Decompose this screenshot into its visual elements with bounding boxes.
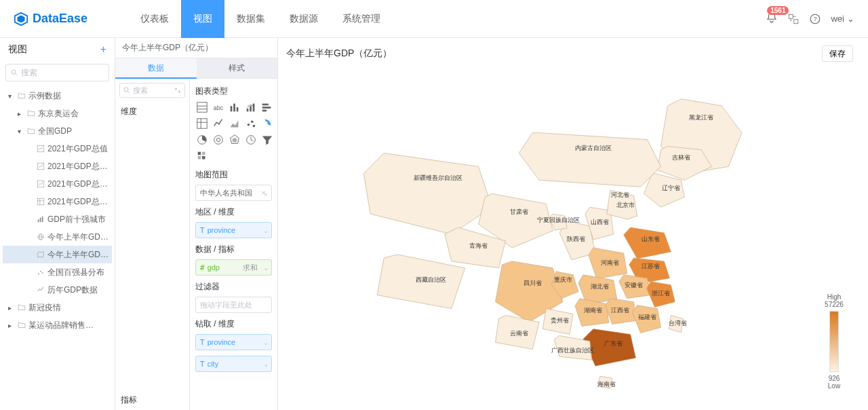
help-icon[interactable]: ? [809,13,821,25]
chart-type-5[interactable] [195,117,209,130]
map-range-label: 地图范围 [195,169,272,181]
chart-type-7[interactable] [228,117,241,130]
chart-type-3[interactable] [244,101,258,113]
chart-type-10[interactable] [195,134,209,146]
chevron-down-icon: ⌄ [847,14,854,24]
chart-icon [37,145,45,153]
chart-config: 图表类型 abc 地图范围 中华人名共和国 × ⌄ 地区 / 维度 T prov… [190,79,277,410]
province-label: 山西省 [591,219,609,225]
tree-item-13[interactable]: ▸某运动品牌销售… [3,316,112,334]
bar-icon [37,215,45,223]
lang-icon[interactable] [787,13,800,25]
sidebar-search[interactable]: 搜索 [5,64,109,81]
tree-item-4[interactable]: 2021年GDP总… [3,157,112,175]
user-menu[interactable]: wei ⌄ [831,14,854,24]
nav-item-2[interactable]: 数据集 [224,0,277,38]
tree-item-5[interactable]: 2021年GDP总… [3,175,112,193]
chart-type-1[interactable]: abc [212,101,225,113]
app-header: DataEase 仪表板视图数据集数据源系统管理 1561 ? wei ⌄ [0,0,868,38]
province-label: 内蒙古自治区 [575,145,612,151]
province-label: 河南省 [601,259,619,266]
chart-type-2[interactable] [228,101,241,113]
chart-type-9[interactable] [260,117,274,130]
map-range-select[interactable]: 中华人名共和国 × ⌄ [195,185,272,201]
chart-type-8[interactable] [244,117,258,130]
tree-item-3[interactable]: 2021年GDP总值 [3,140,112,157]
province-label: 台湾省 [669,320,687,327]
chart-type-13[interactable] [244,134,258,146]
folder-icon [18,303,26,312]
drill-field-1[interactable]: T province ⌄ [195,334,272,350]
province-label: 西藏自治区 [416,276,446,283]
svg-point-43 [248,124,250,126]
search-icon [123,86,131,94]
fields-search[interactable]: 搜索 [119,83,185,98]
chart-type-14[interactable] [260,134,274,146]
prov-shandong[interactable] [624,227,671,259]
globe-icon [37,233,45,241]
swap-icon[interactable] [174,86,182,94]
chevron-down-icon: ⌄ [263,339,269,346]
svg-rect-31 [231,106,233,111]
province-label: 安徽省 [625,282,643,288]
svg-point-8 [12,70,16,74]
svg-point-48 [216,138,220,141]
notification-button[interactable]: 1561 [766,12,778,26]
text-type-icon: T [200,226,205,235]
nav-item-0[interactable]: 仪表板 [128,0,181,38]
tab-data[interactable]: 数据 [115,58,197,79]
add-view-button[interactable]: + [100,43,106,56]
chevron-down-icon: ⌄ [263,360,269,368]
svg-rect-27 [197,102,207,112]
user-name: wei [831,14,844,24]
svg-rect-36 [253,104,255,112]
nav-item-1[interactable]: 视图 [181,0,224,38]
tree-item-12[interactable]: ▸新冠疫情 [3,299,112,316]
svg-rect-32 [233,104,235,112]
province-label: 黑龙江省 [689,114,713,121]
chart-type-11[interactable] [212,134,225,146]
map-legend: High 57226 926 Low [821,293,848,390]
tree-item-1[interactable]: ▸东京奥运会 [3,105,112,122]
nav-item-3[interactable]: 数据源 [277,0,330,38]
text-type-icon: T [200,360,205,369]
tree-item-2[interactable]: ▾全国GDP [3,122,112,140]
svg-point-45 [253,125,256,128]
province-label: 江西省 [611,307,629,314]
prov-neimenggu[interactable] [519,133,660,187]
chart-type-4[interactable] [260,101,274,113]
chart-type-15[interactable] [195,150,209,162]
tree-item-9[interactable]: 今年上半年GD… [3,246,112,263]
legend-min: 926 [821,375,848,382]
chart-type-12[interactable] [228,134,241,146]
svg-rect-16 [38,219,39,222]
save-button[interactable]: 保存 [822,45,853,62]
province-label: 重庆市 [554,276,572,283]
region-dim-field[interactable]: T province ⌄ [195,222,272,238]
svg-rect-2 [789,14,793,18]
chart-type-0[interactable] [195,101,209,113]
svg-rect-18 [42,217,43,222]
tree-item-10[interactable]: 全国百强县分布 [3,263,112,281]
svg-text:?: ? [814,16,817,22]
drill-field-2[interactable]: T city ⌄ [195,356,272,372]
tree-item-8[interactable]: 今年上半年GD… [3,228,112,246]
map-icon [37,250,45,259]
chart-type-6[interactable] [212,117,225,130]
fields-panel: 搜索 维度 指标 [115,79,190,410]
text-type-icon: T [200,338,205,347]
tree-item-6[interactable]: 2021年GDP总… [3,193,112,210]
nav-item-4[interactable]: 系统管理 [330,0,393,38]
brand-logo[interactable]: DataEase [14,12,87,26]
tree-item-11[interactable]: 历年GDP数据 [3,281,112,299]
data-metric-field[interactable]: # gdp 求和 ⌄ [195,259,272,276]
tree-item-7[interactable]: GDP前十强城市 [3,210,112,228]
chart-icon [37,162,45,170]
tab-style[interactable]: 样式 [197,58,278,79]
line-icon [37,286,45,294]
svg-point-25 [124,88,128,92]
tree-item-0[interactable]: ▾示例数据 [3,87,112,105]
prov-xinjiang[interactable] [363,153,492,235]
filter-dropzone[interactable]: 拖动字段至此处 [195,297,272,313]
china-map[interactable]: 黑龙江省吉林省辽宁省内蒙古自治区新疆维吾尔自治区甘肃省青海省西藏自治区四川省重庆… [278,72,868,410]
